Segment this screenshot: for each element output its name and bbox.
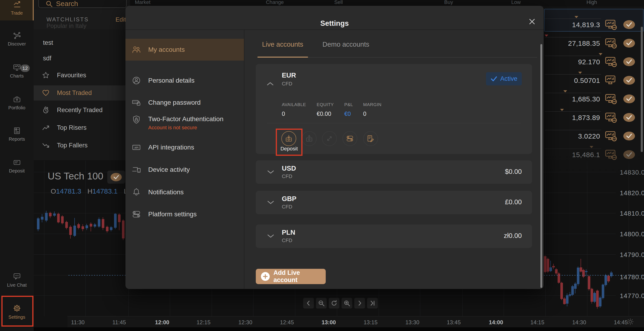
zoom-out-button[interactable] [316,298,327,309]
withdraw-action-button[interactable] [302,131,317,146]
chart-toggle-button[interactable] [605,57,618,67]
time-axis-label: 13:45 [447,319,461,326]
watchlist-item-recently-traded[interactable]: Recently Traded [34,103,130,116]
watchlist-item-favourites[interactable]: Favourites [34,69,130,82]
watchlist-item-test[interactable]: test [34,36,130,49]
market-table-row[interactable]: 15,486.1 [544,145,644,164]
monitor-minus-icon [605,149,618,160]
sidebar-item-portfolio[interactable]: Portfolio [0,95,34,110]
collapse-chevron-up-icon[interactable] [266,81,274,86]
watchlist-check-button[interactable] [623,75,636,85]
sidebar-item-deposit[interactable]: Deposit [0,158,34,174]
account-card-pln[interactable]: PLN CFD zł0.00 [256,225,532,248]
settings-nav-platform-settings[interactable]: Platform settings [126,207,244,222]
watchlist-item-top-risers[interactable]: Top Risers [34,121,130,134]
account-card-usd[interactable]: USD CFD $0.00 [256,160,532,184]
chart-toggle-button[interactable] [605,38,618,49]
watchlist-check-button[interactable] [623,38,636,48]
settings-nav-notifications[interactable]: Notifications [126,185,244,200]
jump-to-latest-button[interactable] [367,298,378,309]
chart-toggle-button[interactable] [605,149,618,160]
market-table-row[interactable]: 3.0220 [544,127,644,145]
candle [544,256,546,272]
watchlist-item-sdf[interactable]: sdf [34,52,130,65]
market-table-row[interactable]: 14,819.3 [544,15,644,34]
sidebar-item-discover[interactable]: Discover [0,31,34,47]
account-card-gbp[interactable]: GBP CFD £0.00 [256,191,532,214]
symbol-watchlist-toggle[interactable] [107,171,125,184]
add-live-account-button[interactable]: Add Live account [256,269,326,284]
watchlist-item-top-fallers[interactable]: Top Fallers [34,139,130,152]
watchlist-check-icon [623,75,636,85]
transfer-action-button[interactable] [322,131,337,146]
sidebar-item-live-chat[interactable]: Live Chat [0,272,34,288]
watchlist-item-most-traded[interactable]: Most Traded [34,85,130,100]
watchlists-edit-button[interactable]: Edit [116,16,126,23]
sidebar-item-label: Deposit [9,168,25,174]
chart-toggle-button[interactable] [605,131,618,142]
market-table[interactable]: 14,819.3 27,188.35 92.170 0.50701 1,685.… [544,6,644,178]
sidebar-item-label: Trade [11,10,23,16]
market-table-row[interactable]: 92.170 [544,52,644,71]
settings-nav-personal-details[interactable]: Personal details [126,73,244,88]
high-value: 92.170 [578,58,600,66]
axis-settings-sun-icon[interactable] [627,318,634,325]
change-password-icon [132,98,141,107]
time-axis[interactable]: 11:3011:4512:0012:1512:3012:4513:0013:15… [67,316,644,328]
reset-view-button[interactable] [329,298,340,309]
settings-nav-my-accounts[interactable]: My accounts [126,39,244,61]
settings-nav-change-password[interactable]: Change password [126,95,244,110]
chart-toggle-button[interactable] [605,94,618,104]
expand-chevron-down-icon[interactable] [267,170,274,174]
modal-scrollbar[interactable] [540,44,542,288]
watchlist-check-button[interactable] [623,19,636,30]
time-axis-label: 14:00 [489,319,503,326]
watchlist-check-button[interactable] [623,57,636,67]
direction-marker-icon [578,72,582,74]
stat-value: 0 [363,110,366,117]
watchlist-check-button[interactable] [623,149,636,160]
market-table-row[interactable]: 1,873.89 [544,108,644,127]
chart-toggle-button[interactable] [605,19,618,30]
settings-nav-two-factor[interactable]: Two-Factor Authentication Account is not… [126,113,244,133]
high-value: 3.0220 [578,132,600,140]
candle [74,226,76,236]
candle [547,259,549,272]
market-table-scrollbar[interactable] [641,27,643,152]
watchlist-check-button[interactable] [623,112,636,123]
modal-close-button[interactable] [526,15,538,28]
pan-left-button[interactable] [303,298,314,309]
tab-demo-accounts[interactable]: Demo accounts [322,41,370,48]
watchlist-check-button[interactable] [623,94,636,104]
zoom-in-button[interactable] [342,298,352,309]
tab-live-accounts[interactable]: Live accounts [262,41,303,48]
candle [65,222,68,228]
expand-chevron-down-icon[interactable] [267,200,274,205]
search-input[interactable]: Search [38,0,126,8]
account-toggles-action-button[interactable] [342,131,357,146]
watchlist-check-button[interactable] [623,131,636,141]
watchlist-item-scrolled[interactable]: Popular in Italy [46,22,86,29]
settings-modal: Settings My accounts Personal details Ch… [126,6,544,289]
chevron-left-icon [306,300,312,306]
expand-chevron-down-icon[interactable] [267,234,274,238]
chart-toggle-button[interactable] [605,112,618,123]
statement-action-button[interactable] [363,131,378,146]
row-separator [544,111,601,112]
settings-nav-api-integrations[interactable]: API API integrations [126,140,244,155]
settings-nav-device-activity[interactable]: Device activity [126,162,244,177]
direction-marker-icon [564,90,567,92]
candle [86,225,88,228]
chart-toggle-button[interactable] [605,75,618,86]
candle [53,214,56,216]
sidebar-item-reports[interactable]: Reports [0,126,34,142]
row-separator [544,18,601,19]
pan-right-button[interactable] [354,298,365,309]
stat-pnl: P&L €0 [344,102,353,107]
search-icon [45,0,53,7]
sidebar-item-trade[interactable]: Trade [0,0,34,16]
market-table-row[interactable]: 0.50701 [544,71,644,90]
market-table-row[interactable]: 1,685.30 [544,90,644,108]
market-table-row[interactable]: 27,188.35 [544,34,644,52]
personal-details-icon [132,76,141,85]
